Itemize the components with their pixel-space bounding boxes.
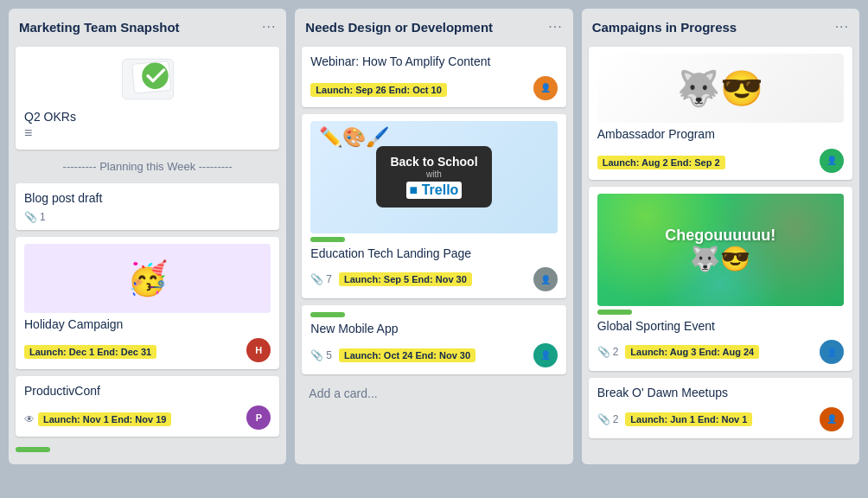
add-card-label: Add a card... (309, 386, 377, 400)
card-dawn-meetups[interactable]: Break O' Dawn Meetups 📎 2 Launch: Jun 1 … (589, 378, 852, 438)
attachment-icon-3: 📎 (310, 349, 323, 361)
bts-inner: Back to School with ■ Trello (376, 146, 491, 208)
holiday-title: Holiday Campaign (24, 316, 271, 334)
column-menu-icon-3[interactable]: ··· (835, 19, 849, 35)
dawn-meetups-bottom: 📎 2 Launch: Jun 1 End: Nov 1 👤 (597, 407, 844, 431)
eye-icon: 👁 (24, 413, 35, 425)
mobile-app-bottom: 📎 5 Launch: Oct 24 End: Nov 30 👤 (310, 343, 557, 367)
productivconf-label: Launch: Nov 1 End: Nov 19 (38, 412, 171, 426)
bts-logo: ■ Trello (406, 182, 463, 199)
column-title-2: Needs Design or Development (305, 20, 493, 35)
dawn-avatar: 👤 (820, 407, 844, 431)
board: Marketing Team Snapshot ··· Q2 OKRs ≡ --… (9, 9, 859, 464)
eye-icon-item: 👁 (24, 413, 35, 425)
attachment-icon-5: 📎 (597, 413, 610, 425)
bts-title: Back to School (390, 155, 477, 169)
bts-sub: with (390, 169, 477, 179)
card-holiday[interactable]: 🥳 Holiday Campaign Launch: Dec 1 End: De… (16, 237, 279, 370)
card-webinar[interactable]: Webinar: How To Amplify Content Launch: … (302, 47, 565, 107)
chegou-text: Chegouuuuuu! (665, 227, 775, 245)
sport-attachment: 📎 2 (597, 346, 619, 358)
ambassador-avatar: 👤 (820, 149, 844, 173)
column-header-2: Needs Design or Development ··· (302, 17, 565, 40)
svg-point-2 (142, 62, 168, 88)
mobile-meta: 📎 5 Launch: Oct 24 End: Nov 30 (310, 348, 475, 362)
sport-label: Launch: Aug 3 End: Aug 24 (625, 345, 759, 359)
webinar-labels: Launch: Sep 26 End: Oct 10 (310, 83, 446, 97)
webinar-label: Launch: Sep 26 End: Oct 10 (310, 83, 446, 97)
mobile-avatar: 👤 (533, 343, 558, 367)
blog-attachment: 📎 1 (24, 211, 46, 223)
card-global-sport[interactable]: Chegouuuuuu! 🐺😎 Global Sporting Event 📎 … (589, 187, 852, 372)
chegou-emoji: 🐺😎 (665, 245, 775, 273)
column-header-1: Marketing Team Snapshot ··· (16, 17, 279, 40)
card-mobile-app[interactable]: New Mobile App 📎 5 Launch: Oct 24 End: N… (302, 305, 565, 374)
holiday-image: 🥳 (24, 244, 271, 313)
column-title-1: Marketing Team Snapshot (19, 20, 180, 35)
bts-image: ✏️🎨🖌️ Back to School with ■ Trello (310, 121, 557, 233)
edu-meta: 📎 7 Launch: Sep 5 End: Nov 30 (310, 272, 472, 286)
mobile-app-title: New Mobile App (310, 321, 557, 338)
attachment-icon-4: 📎 (597, 346, 610, 358)
education-bottom: 📎 7 Launch: Sep 5 End: Nov 30 👤 (310, 267, 557, 291)
card-blog-post[interactable]: Blog post draft 📎 1 (16, 183, 279, 230)
blog-post-title: Blog post draft (24, 190, 271, 208)
productivconf-bottom: 👁 Launch: Nov 1 End: Nov 19 P (24, 405, 271, 430)
webinar-avatar: 👤 (533, 76, 558, 100)
checkmark-image (24, 55, 271, 103)
holiday-bottom: Launch: Dec 1 End: Dec 31 H (24, 338, 271, 362)
dawn-meta: 📎 2 Launch: Jun 1 End: Nov 1 (597, 412, 753, 426)
ambassador-label: Launch: Aug 2 End: Sep 2 (597, 156, 725, 169)
sport-meta: 📎 2 Launch: Aug 3 End: Aug 24 (597, 345, 759, 359)
mobile-attachment: 📎 5 (310, 349, 332, 361)
edu-avatar: 👤 (533, 267, 558, 291)
col1-green-bar (16, 447, 50, 452)
webinar-bottom: Launch: Sep 26 End: Oct 10 👤 (310, 76, 557, 100)
column-campaigns: Campaigns in Progress ··· 🐺😎 Ambassador … (582, 9, 859, 464)
planning-divider: --------- Planning this Week --------- (16, 156, 279, 176)
holiday-avatar: H (246, 338, 271, 362)
mobile-label: Launch: Oct 24 End: Nov 30 (339, 348, 475, 362)
checkmark-svg (118, 55, 178, 103)
attachment-icon-2: 📎 (310, 273, 323, 285)
ambassador-labels: Launch: Aug 2 End: Sep 2 (597, 156, 725, 169)
sport-green-bar (597, 310, 632, 315)
dawn-attachment: 📎 2 (597, 413, 619, 425)
global-sport-bottom: 📎 2 Launch: Aug 3 End: Aug 24 👤 (597, 340, 844, 364)
husky-image: 🐺😎 (597, 54, 844, 123)
dawn-label: Launch: Jun 1 End: Nov 1 (625, 412, 752, 426)
card-q2-okrs[interactable]: Q2 OKRs ≡ (16, 47, 279, 150)
holiday-labels: Launch: Dec 1 End: Dec 31 (24, 345, 156, 359)
ambassador-bottom: Launch: Aug 2 End: Sep 2 👤 (597, 149, 844, 173)
mobile-green-bar (310, 312, 345, 317)
column-design-dev: Needs Design or Development ··· Webinar:… (295, 9, 572, 464)
productivconf-labels: 👁 Launch: Nov 1 End: Nov 19 (24, 412, 171, 426)
husky-emoji: 🐺😎 (677, 68, 763, 109)
edu-label: Launch: Sep 5 End: Nov 30 (339, 272, 472, 286)
holiday-label: Launch: Dec 1 End: Dec 31 (24, 345, 156, 359)
card-education[interactable]: ✏️🎨🖌️ Back to School with ■ Trello Educa… (302, 114, 565, 299)
column-title-3: Campaigns in Progress (592, 20, 737, 35)
blog-meta: 📎 1 (24, 211, 271, 223)
productivconf-avatar: P (246, 405, 271, 430)
card-productivconf[interactable]: ProductivConf 👁 Launch: Nov 1 End: Nov 1… (16, 376, 279, 437)
column-marketing: Marketing Team Snapshot ··· Q2 OKRs ≡ --… (9, 9, 286, 464)
chegou-image: Chegouuuuuu! 🐺😎 (597, 194, 844, 306)
edu-green-bar (310, 237, 345, 242)
column-menu-icon-1[interactable]: ··· (262, 19, 276, 35)
holiday-emoji: 🥳 (127, 259, 168, 297)
education-title: Education Tech Landing Page (310, 246, 557, 263)
webinar-title: Webinar: How To Amplify Content (310, 54, 557, 71)
q2-title: Q2 OKRs (24, 110, 271, 124)
add-card-btn-2[interactable]: Add a card... (302, 381, 565, 405)
attachment-icon: 📎 (24, 211, 37, 223)
card-ambassador[interactable]: 🐺😎 Ambassador Program Launch: Aug 2 End:… (589, 47, 852, 180)
sport-avatar: 👤 (820, 340, 844, 364)
global-sport-title: Global Sporting Event (597, 318, 844, 335)
column-menu-icon-2[interactable]: ··· (548, 19, 562, 35)
column-header-3: Campaigns in Progress ··· (589, 17, 852, 40)
dawn-meetups-title: Break O' Dawn Meetups (597, 385, 844, 402)
productivconf-title: ProductivConf (24, 383, 271, 400)
edu-attachment: 📎 7 (310, 273, 332, 285)
ambassador-title: Ambassador Program (597, 126, 844, 144)
